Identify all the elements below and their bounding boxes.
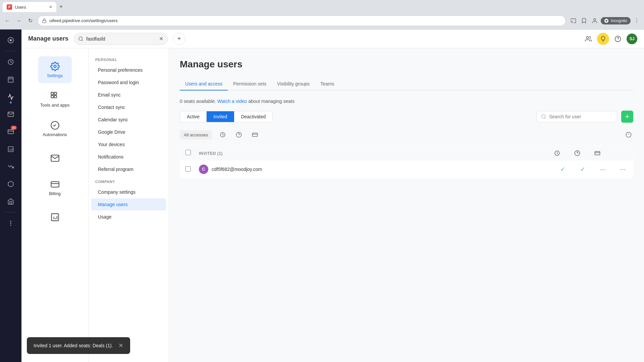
svg-point-16 [10, 223, 11, 224]
filter-deactivated-button[interactable]: Deactivated [234, 111, 272, 122]
nav-personal-prefs[interactable]: Personal preferences [91, 64, 166, 76]
tab-teams[interactable]: Teams [315, 78, 339, 90]
forward-button[interactable]: → [14, 16, 23, 25]
nav-deals[interactable] [3, 54, 19, 70]
nav-devices[interactable]: Your devices [91, 138, 166, 150]
user-search-icon [541, 114, 546, 119]
global-search-input[interactable] [86, 36, 156, 42]
tools-label: Tools and apps [40, 103, 69, 108]
seats-text: 0 seats available. [180, 99, 216, 104]
status-filter-group: Active Invited Deactivated [180, 111, 273, 122]
nav-contact-sync[interactable]: Contact sync [91, 101, 166, 113]
billing-access-icon[interactable] [250, 129, 260, 140]
sidebar-item-automations[interactable]: Automations [38, 115, 72, 142]
invited-header-label: INVITED (1) [199, 151, 223, 156]
row-checkbox[interactable] [185, 166, 191, 172]
search-clear-button[interactable]: ✕ [159, 36, 163, 42]
row-more-button[interactable]: ⋯ [618, 165, 628, 174]
svg-point-31 [542, 115, 545, 118]
team-icon-button[interactable] [582, 33, 594, 45]
bookmark-button[interactable] [579, 16, 589, 25]
tab-close-button[interactable]: ✕ [49, 5, 52, 9]
incognito-button[interactable]: Incognito [601, 17, 631, 24]
nav-products[interactable] [3, 176, 19, 192]
billing-badge: 26 [11, 126, 17, 130]
nav-mail[interactable] [3, 106, 19, 122]
help-button[interactable] [612, 33, 624, 45]
nav-insights[interactable] [3, 159, 19, 175]
reload-button[interactable]: ↻ [25, 16, 35, 25]
info-button[interactable] [624, 130, 633, 139]
back-button[interactable]: ← [3, 16, 12, 25]
svg-line-32 [545, 118, 546, 119]
user-search-box[interactable] [537, 111, 617, 122]
address-bar[interactable]: uifeed.pipedrive.com/settings/users [38, 15, 566, 26]
nav-calendar-sync[interactable]: Calendar sync [91, 114, 166, 126]
svg-point-6 [10, 40, 12, 41]
seats-info: 0 seats available. Watch a video about m… [180, 99, 633, 104]
sidebar-item-billing[interactable]: Billing [38, 174, 72, 201]
billing-label: Billing [49, 191, 61, 196]
nav-reports[interactable] [3, 141, 19, 157]
user-search-input[interactable] [549, 114, 613, 119]
nav-company-settings[interactable]: Company settings [91, 186, 166, 198]
deals-access-icon[interactable] [217, 129, 228, 140]
nav-manage-users[interactable]: Manage users [91, 198, 166, 210]
tips-button[interactable] [597, 33, 609, 45]
tab-users-access[interactable]: Users and access [180, 78, 228, 90]
reports-icon [50, 213, 60, 222]
sidebar-item-tools[interactable]: Tools and apps [38, 86, 72, 113]
nav-google-drive[interactable]: Google Drive [91, 126, 166, 138]
svg-rect-25 [54, 92, 56, 95]
toast-message: Invited 1 user. Added seats: Deals (1). [34, 343, 113, 348]
svg-rect-26 [51, 95, 53, 98]
leads-access-icon[interactable] [233, 129, 244, 140]
nav-email-sync[interactable]: Email sync [91, 89, 166, 101]
tab-visibility-groups[interactable]: Visibility groups [272, 78, 315, 90]
svg-rect-0 [43, 20, 46, 22]
nav-marketplace[interactable] [3, 193, 19, 209]
nav-activities[interactable] [3, 71, 19, 87]
settings-icon [50, 62, 60, 71]
nav-leads[interactable] [3, 89, 19, 105]
nav-home[interactable] [3, 32, 19, 48]
nav-usage[interactable]: Usage [91, 211, 166, 223]
incognito-label: Incognito [611, 18, 627, 23]
lock-icon [42, 18, 47, 23]
nav-password[interactable]: Password and login [91, 76, 166, 88]
cast-button[interactable] [569, 16, 578, 25]
svg-rect-30 [51, 214, 58, 221]
billing-col-icon [593, 148, 602, 158]
select-all-checkbox[interactable] [185, 150, 191, 155]
nav-more[interactable] [3, 215, 19, 231]
watch-video-link[interactable]: Watch a video [217, 99, 247, 104]
sidebar-item-reports[interactable] [38, 204, 72, 231]
search-icon [78, 36, 84, 42]
nav-billing[interactable]: 26 [3, 124, 19, 140]
profile-button[interactable] [590, 16, 599, 25]
nav-referral[interactable]: Referral program [91, 163, 166, 175]
sidebar-item-email[interactable] [38, 145, 72, 172]
toast-notification: Invited 1 user. Added seats: Deals (1). … [27, 337, 130, 354]
svg-point-23 [54, 65, 56, 67]
top-bar: Manage users ✕ + SJ [21, 29, 644, 48]
personal-section-title: PERSONAL [89, 54, 169, 64]
filter-active-button[interactable]: Active [180, 111, 207, 122]
add-button[interactable]: + [173, 33, 185, 45]
browser-tab[interactable]: P Users ✕ [3, 2, 56, 12]
global-search-box[interactable]: ✕ [74, 33, 168, 45]
users-table: INVITED (1) [180, 145, 633, 178]
new-tab-button[interactable]: + [56, 2, 66, 11]
filter-invited-button[interactable]: Invited [207, 111, 234, 122]
sidebar-item-settings[interactable]: Settings [38, 56, 72, 83]
all-accesses-label[interactable]: All accesses [180, 130, 212, 139]
user-avatar[interactable]: SJ [627, 34, 637, 44]
nav-notifications[interactable]: Notifications [91, 151, 166, 163]
toast-close-button[interactable]: ✕ [118, 342, 123, 349]
settings-nav: PERSONAL Personal preferences Password a… [89, 48, 169, 362]
svg-point-15 [10, 221, 11, 222]
menu-button[interactable]: ⋮ [632, 16, 641, 25]
add-user-button[interactable]: + [621, 111, 633, 123]
tab-permission-sets[interactable]: Permission sets [228, 78, 272, 90]
user-avatar-sm: C [199, 165, 208, 174]
